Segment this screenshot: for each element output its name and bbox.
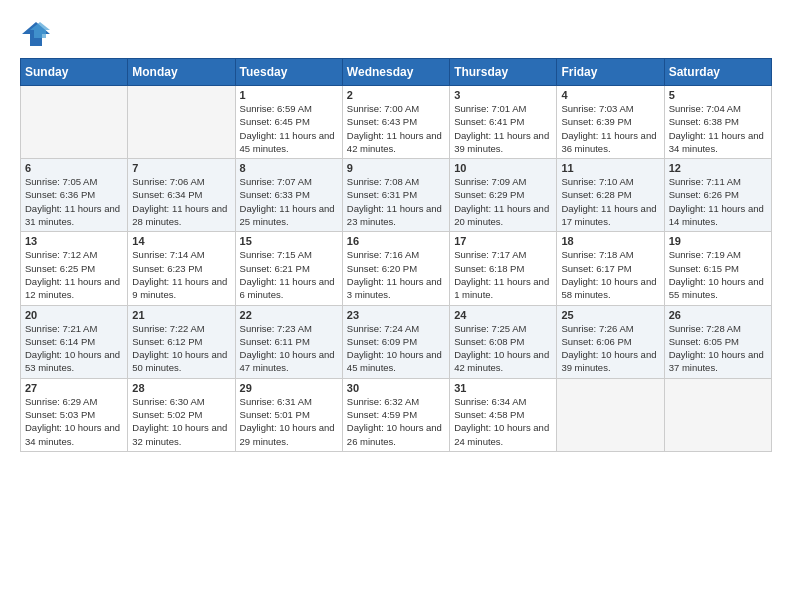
- day-info: Sunrise: 7:14 AMSunset: 6:23 PMDaylight:…: [132, 248, 230, 301]
- calendar-cell: 6Sunrise: 7:05 AMSunset: 6:36 PMDaylight…: [21, 159, 128, 232]
- day-info: Sunrise: 7:25 AMSunset: 6:08 PMDaylight:…: [454, 322, 552, 375]
- calendar-cell: 9Sunrise: 7:08 AMSunset: 6:31 PMDaylight…: [342, 159, 449, 232]
- day-number: 28: [132, 382, 230, 394]
- calendar-cell: 3Sunrise: 7:01 AMSunset: 6:41 PMDaylight…: [450, 86, 557, 159]
- day-number: 2: [347, 89, 445, 101]
- calendar-cell: 11Sunrise: 7:10 AMSunset: 6:28 PMDayligh…: [557, 159, 664, 232]
- day-number: 17: [454, 235, 552, 247]
- calendar-cell: 27Sunrise: 6:29 AMSunset: 5:03 PMDayligh…: [21, 378, 128, 451]
- day-info: Sunrise: 7:09 AMSunset: 6:29 PMDaylight:…: [454, 175, 552, 228]
- weekday-header: Saturday: [664, 59, 771, 86]
- day-info: Sunrise: 7:04 AMSunset: 6:38 PMDaylight:…: [669, 102, 767, 155]
- calendar-cell: 26Sunrise: 7:28 AMSunset: 6:05 PMDayligh…: [664, 305, 771, 378]
- day-info: Sunrise: 7:08 AMSunset: 6:31 PMDaylight:…: [347, 175, 445, 228]
- calendar-cell: 23Sunrise: 7:24 AMSunset: 6:09 PMDayligh…: [342, 305, 449, 378]
- day-info: Sunrise: 7:28 AMSunset: 6:05 PMDaylight:…: [669, 322, 767, 375]
- day-number: 6: [25, 162, 123, 174]
- day-number: 21: [132, 309, 230, 321]
- day-number: 22: [240, 309, 338, 321]
- day-info: Sunrise: 7:07 AMSunset: 6:33 PMDaylight:…: [240, 175, 338, 228]
- calendar-week-row: 20Sunrise: 7:21 AMSunset: 6:14 PMDayligh…: [21, 305, 772, 378]
- day-info: Sunrise: 7:17 AMSunset: 6:18 PMDaylight:…: [454, 248, 552, 301]
- calendar-header-row: SundayMondayTuesdayWednesdayThursdayFrid…: [21, 59, 772, 86]
- calendar-cell: 16Sunrise: 7:16 AMSunset: 6:20 PMDayligh…: [342, 232, 449, 305]
- day-number: 19: [669, 235, 767, 247]
- day-info: Sunrise: 6:32 AMSunset: 4:59 PMDaylight:…: [347, 395, 445, 448]
- weekday-header: Sunday: [21, 59, 128, 86]
- calendar-cell: 19Sunrise: 7:19 AMSunset: 6:15 PMDayligh…: [664, 232, 771, 305]
- calendar-cell: 30Sunrise: 6:32 AMSunset: 4:59 PMDayligh…: [342, 378, 449, 451]
- day-number: 1: [240, 89, 338, 101]
- day-info: Sunrise: 7:23 AMSunset: 6:11 PMDaylight:…: [240, 322, 338, 375]
- day-number: 23: [347, 309, 445, 321]
- calendar-cell: 7Sunrise: 7:06 AMSunset: 6:34 PMDaylight…: [128, 159, 235, 232]
- calendar-cell: 20Sunrise: 7:21 AMSunset: 6:14 PMDayligh…: [21, 305, 128, 378]
- day-number: 16: [347, 235, 445, 247]
- calendar-cell: 21Sunrise: 7:22 AMSunset: 6:12 PMDayligh…: [128, 305, 235, 378]
- calendar-cell: [664, 378, 771, 451]
- weekday-header: Friday: [557, 59, 664, 86]
- day-info: Sunrise: 7:10 AMSunset: 6:28 PMDaylight:…: [561, 175, 659, 228]
- weekday-header: Wednesday: [342, 59, 449, 86]
- calendar-cell: 28Sunrise: 6:30 AMSunset: 5:02 PMDayligh…: [128, 378, 235, 451]
- calendar-cell: 15Sunrise: 7:15 AMSunset: 6:21 PMDayligh…: [235, 232, 342, 305]
- day-info: Sunrise: 7:05 AMSunset: 6:36 PMDaylight:…: [25, 175, 123, 228]
- day-info: Sunrise: 7:19 AMSunset: 6:15 PMDaylight:…: [669, 248, 767, 301]
- day-number: 20: [25, 309, 123, 321]
- day-number: 3: [454, 89, 552, 101]
- calendar-cell: 22Sunrise: 7:23 AMSunset: 6:11 PMDayligh…: [235, 305, 342, 378]
- calendar-cell: 14Sunrise: 7:14 AMSunset: 6:23 PMDayligh…: [128, 232, 235, 305]
- day-number: 18: [561, 235, 659, 247]
- page-header: [20, 20, 772, 48]
- calendar-cell: 17Sunrise: 7:17 AMSunset: 6:18 PMDayligh…: [450, 232, 557, 305]
- day-number: 11: [561, 162, 659, 174]
- day-number: 24: [454, 309, 552, 321]
- day-info: Sunrise: 7:16 AMSunset: 6:20 PMDaylight:…: [347, 248, 445, 301]
- day-info: Sunrise: 7:24 AMSunset: 6:09 PMDaylight:…: [347, 322, 445, 375]
- calendar-week-row: 27Sunrise: 6:29 AMSunset: 5:03 PMDayligh…: [21, 378, 772, 451]
- logo-icon: [20, 20, 52, 48]
- day-info: Sunrise: 7:06 AMSunset: 6:34 PMDaylight:…: [132, 175, 230, 228]
- calendar-cell: 13Sunrise: 7:12 AMSunset: 6:25 PMDayligh…: [21, 232, 128, 305]
- day-number: 10: [454, 162, 552, 174]
- calendar-week-row: 1Sunrise: 6:59 AMSunset: 6:45 PMDaylight…: [21, 86, 772, 159]
- day-info: Sunrise: 7:21 AMSunset: 6:14 PMDaylight:…: [25, 322, 123, 375]
- day-number: 9: [347, 162, 445, 174]
- calendar-cell: 25Sunrise: 7:26 AMSunset: 6:06 PMDayligh…: [557, 305, 664, 378]
- weekday-header: Thursday: [450, 59, 557, 86]
- day-info: Sunrise: 7:00 AMSunset: 6:43 PMDaylight:…: [347, 102, 445, 155]
- day-info: Sunrise: 6:59 AMSunset: 6:45 PMDaylight:…: [240, 102, 338, 155]
- day-number: 25: [561, 309, 659, 321]
- day-number: 15: [240, 235, 338, 247]
- calendar-cell: 1Sunrise: 6:59 AMSunset: 6:45 PMDaylight…: [235, 86, 342, 159]
- day-info: Sunrise: 7:11 AMSunset: 6:26 PMDaylight:…: [669, 175, 767, 228]
- logo: [20, 20, 56, 48]
- day-number: 7: [132, 162, 230, 174]
- calendar-cell: 5Sunrise: 7:04 AMSunset: 6:38 PMDaylight…: [664, 86, 771, 159]
- calendar-cell: [128, 86, 235, 159]
- calendar-cell: 10Sunrise: 7:09 AMSunset: 6:29 PMDayligh…: [450, 159, 557, 232]
- day-info: Sunrise: 7:26 AMSunset: 6:06 PMDaylight:…: [561, 322, 659, 375]
- day-number: 12: [669, 162, 767, 174]
- calendar-cell: 29Sunrise: 6:31 AMSunset: 5:01 PMDayligh…: [235, 378, 342, 451]
- day-info: Sunrise: 7:03 AMSunset: 6:39 PMDaylight:…: [561, 102, 659, 155]
- day-number: 31: [454, 382, 552, 394]
- calendar-week-row: 13Sunrise: 7:12 AMSunset: 6:25 PMDayligh…: [21, 232, 772, 305]
- day-info: Sunrise: 6:29 AMSunset: 5:03 PMDaylight:…: [25, 395, 123, 448]
- calendar-cell: 4Sunrise: 7:03 AMSunset: 6:39 PMDaylight…: [557, 86, 664, 159]
- day-info: Sunrise: 7:01 AMSunset: 6:41 PMDaylight:…: [454, 102, 552, 155]
- calendar-cell: 18Sunrise: 7:18 AMSunset: 6:17 PMDayligh…: [557, 232, 664, 305]
- day-info: Sunrise: 7:15 AMSunset: 6:21 PMDaylight:…: [240, 248, 338, 301]
- calendar-cell: [21, 86, 128, 159]
- calendar-cell: 8Sunrise: 7:07 AMSunset: 6:33 PMDaylight…: [235, 159, 342, 232]
- day-number: 4: [561, 89, 659, 101]
- calendar-cell: 31Sunrise: 6:34 AMSunset: 4:58 PMDayligh…: [450, 378, 557, 451]
- calendar-cell: [557, 378, 664, 451]
- day-info: Sunrise: 7:18 AMSunset: 6:17 PMDaylight:…: [561, 248, 659, 301]
- day-number: 13: [25, 235, 123, 247]
- day-info: Sunrise: 6:34 AMSunset: 4:58 PMDaylight:…: [454, 395, 552, 448]
- day-number: 29: [240, 382, 338, 394]
- calendar-cell: 24Sunrise: 7:25 AMSunset: 6:08 PMDayligh…: [450, 305, 557, 378]
- calendar-cell: 2Sunrise: 7:00 AMSunset: 6:43 PMDaylight…: [342, 86, 449, 159]
- day-number: 26: [669, 309, 767, 321]
